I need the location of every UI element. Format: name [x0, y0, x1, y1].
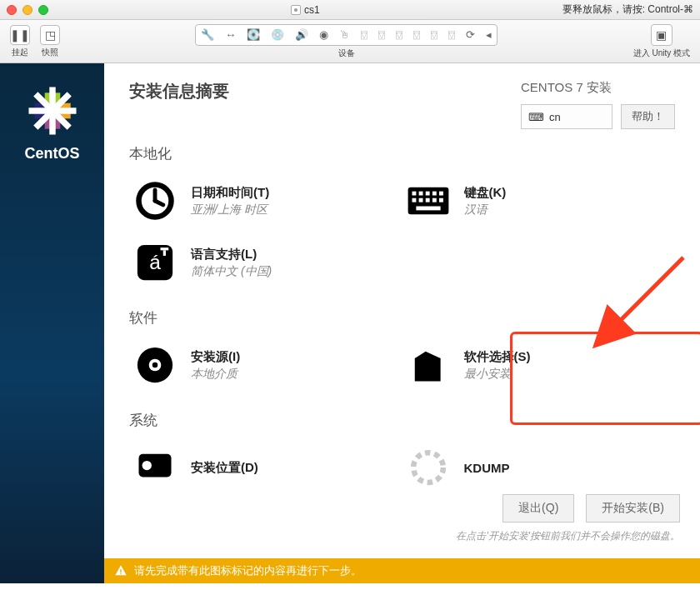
usb-icon: ⍔ — [431, 28, 438, 41]
begin-install-button[interactable]: 开始安装(B) — [586, 494, 680, 522]
spoke-install-source[interactable]: 安装源(I) 本地介质 — [129, 334, 402, 396]
svg-rect-19 — [425, 198, 429, 202]
svg-rect-12 — [412, 192, 416, 196]
quit-button[interactable]: 退出(Q) — [502, 494, 574, 522]
kdump-icon — [406, 445, 451, 490]
unity-icon: ▣ — [651, 24, 672, 46]
page-title: 安装信息摘要 — [129, 80, 229, 102]
devices-label: 设备 — [338, 48, 355, 59]
wrench-icon: 🔧 — [201, 28, 214, 41]
svg-rect-21 — [439, 198, 443, 202]
product-title: CENTOS 7 安装 — [521, 80, 675, 96]
svg-rect-34 — [120, 569, 121, 572]
mouse-icon: 🖱 — [339, 28, 350, 41]
spoke-software-selection[interactable]: 软件选择(S) 最小安装 — [402, 334, 676, 396]
svg-rect-20 — [432, 198, 436, 202]
svg-rect-25 — [163, 250, 166, 256]
section-software: 软件 — [129, 308, 675, 328]
zoom-window-button[interactable] — [38, 5, 48, 15]
harddrive-icon — [132, 445, 178, 490]
svg-point-31 — [142, 461, 152, 470]
spoke-keyboard[interactable]: 键盘(K) 汉语 — [402, 170, 676, 232]
package-icon — [406, 342, 451, 388]
spoke-install-destination[interactable]: 安装位置(D) — [129, 437, 402, 498]
host-toolbar: ❚❚ 挂起 ◳ 快照 🔧 ↔ 💽 💿 🔊 ◉ 🖱 ⍔ ⍔ ⍔ ⍔ ⍔ ⍔ ⟳ ◂… — [0, 20, 700, 63]
mac-titlebar: cs1 要释放鼠标，请按: Control-⌘ — [0, 0, 700, 20]
section-system: 系统 — [129, 411, 675, 430]
usb-icon: ⍔ — [396, 28, 402, 41]
keyboard-layout-icon — [406, 178, 451, 223]
keyboard-layout-selector[interactable]: ⌨ cn — [521, 104, 612, 129]
camera-icon: ◉ — [319, 28, 328, 41]
svg-rect-22 — [416, 207, 440, 211]
clock-icon — [132, 178, 178, 223]
pause-icon: ❚❚ — [10, 25, 30, 45]
network-icon: ↔ — [225, 28, 236, 41]
unity-button[interactable]: ▣ 进入 Unity 模式 — [633, 24, 690, 59]
svg-rect-17 — [412, 198, 416, 202]
vm-status-icon — [291, 5, 301, 15]
devices-bar[interactable]: 🔧 ↔ 💽 💿 🔊 ◉ 🖱 ⍔ ⍔ ⍔ ⍔ ⍔ ⍔ ⟳ ◂ — [195, 24, 498, 46]
usb-icon: ⍔ — [413, 28, 420, 41]
warning-icon — [114, 564, 128, 578]
language-icon: á — [132, 240, 178, 285]
svg-point-32 — [413, 452, 443, 482]
window-title: cs1 — [304, 4, 320, 16]
snapshot-icon: ◳ — [40, 25, 60, 45]
sound-icon: 🔊 — [295, 28, 308, 41]
refresh-icon: ⟳ — [466, 28, 475, 41]
brand-text: CentOS — [24, 145, 79, 162]
svg-rect-15 — [432, 192, 436, 196]
spoke-kdump[interactable]: KDUMP — [402, 437, 676, 498]
footer-hint: 在点击'开始安装'按钮前我们并不会操作您的磁盘。 — [124, 529, 680, 543]
disk-icon: 💽 — [247, 28, 260, 41]
svg-rect-18 — [418, 198, 422, 202]
vm-sidebar: CentOS — [0, 63, 104, 583]
svg-point-29 — [152, 362, 158, 368]
svg-text:á: á — [149, 251, 161, 273]
keyboard-icon: ⌨ — [528, 111, 544, 123]
spoke-language[interactable]: á 语言支持(L) 简体中文 (中国) — [129, 232, 402, 293]
svg-line-10 — [155, 201, 163, 205]
svg-rect-13 — [418, 192, 422, 196]
svg-rect-26 — [161, 248, 169, 250]
minimize-window-button[interactable] — [22, 5, 32, 15]
snapshot-button[interactable]: ◳ 快照 — [40, 25, 60, 58]
chevron-left-icon: ◂ — [486, 28, 492, 41]
release-mouse-hint: 要释放鼠标，请按: Control-⌘ — [562, 2, 693, 17]
warning-bar: 请先完成带有此图标标记的内容再进行下一步。 — [104, 558, 700, 583]
help-button[interactable]: 帮助！ — [621, 104, 675, 129]
spoke-datetime[interactable]: 日期和时间(T) 亚洲/上海 时区 — [129, 170, 402, 232]
disc-icon — [132, 342, 178, 388]
section-localization: 本地化 — [129, 144, 675, 163]
svg-rect-14 — [425, 192, 429, 196]
suspend-button[interactable]: ❚❚ 挂起 — [10, 25, 30, 58]
usb-icon: ⍔ — [448, 28, 455, 41]
installer-footer: 退出(Q) 开始安装(B) 在点击'开始安装'按钮前我们并不会操作您的磁盘。 — [104, 494, 700, 543]
usb-icon: ⍔ — [361, 28, 368, 41]
close-window-button[interactable] — [7, 5, 17, 15]
centos-logo-icon — [27, 85, 78, 137]
svg-rect-16 — [439, 192, 443, 196]
cdrom-icon: 💿 — [271, 28, 284, 41]
usb-icon: ⍔ — [378, 28, 385, 41]
svg-rect-35 — [120, 573, 121, 574]
